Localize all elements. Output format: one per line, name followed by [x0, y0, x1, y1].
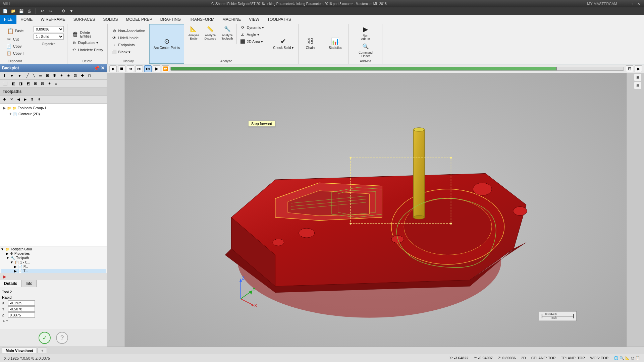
progress-bar[interactable] — [170, 67, 624, 71]
bp2-btn7[interactable]: ✦ — [46, 80, 53, 87]
qa-undo[interactable]: ↩ — [39, 8, 45, 14]
bp-up-arrow[interactable]: ⬆ — [1, 72, 8, 79]
qa-open[interactable]: 📁 — [10, 8, 16, 14]
menu-surfaces[interactable]: SURFACES — [69, 15, 99, 24]
bp-tool4[interactable]: ⊞ — [44, 72, 51, 79]
delete-entities-button[interactable]: 🗑 Delete Entities — [69, 30, 93, 39]
tree-detail-group[interactable]: ▼📁 Toolpath Grou — [1, 247, 106, 251]
pb-stop[interactable]: ⏹ — [118, 65, 125, 72]
vp-btn1[interactable]: ⊞ — [634, 74, 641, 81]
z-input[interactable] — [8, 312, 35, 318]
bp-tool9[interactable]: ✚ — [79, 72, 86, 79]
menu-machine[interactable]: MACHINE — [218, 15, 245, 24]
vp-btn2[interactable]: ⊟ — [634, 82, 641, 89]
op-btn5[interactable]: ⬆ — [29, 96, 35, 103]
analyze-entity-button[interactable]: 📐 AnalyzeEntity — [186, 24, 201, 41]
x-input[interactable] — [8, 300, 35, 306]
add-viewsheet-tab[interactable]: + — [38, 348, 47, 353]
bp-tool3[interactable]: ═ — [38, 73, 44, 79]
pb-forward[interactable]: ▶ — [153, 65, 160, 72]
menu-transform[interactable]: TRANSFORM — [185, 15, 218, 24]
tree-detail-t[interactable]: ▶📄 T... — [1, 269, 106, 273]
viewport-svg[interactable]: Z Y X 0.5344 in Inch — [107, 73, 644, 347]
bp2-btn1[interactable]: ⬜ — [1, 80, 9, 87]
menu-wireframe[interactable]: WIREFRAME — [37, 15, 69, 24]
bp-tool6[interactable]: ✦ — [58, 72, 65, 79]
undelete-button[interactable]: ↶ Undelete Entity — [69, 47, 105, 53]
bp-tool5[interactable]: ✱ — [51, 72, 58, 79]
op-btn1[interactable]: ✚ — [1, 96, 8, 103]
menu-toolpaths[interactable]: TOOLPATHS — [263, 15, 295, 24]
pb-play[interactable]: ▶ — [109, 65, 117, 72]
menu-home[interactable]: HOME — [16, 15, 37, 24]
bp-tool8[interactable]: ⊡ — [72, 72, 78, 79]
menu-modelprep[interactable]: MODEL PREP — [122, 15, 156, 24]
analyze-toolpath-button[interactable]: 🔧 AnalyzeToolpath — [220, 24, 235, 41]
pb-step-forward[interactable]: ⏭ — [144, 65, 152, 72]
qa-settings[interactable]: ⚙ — [60, 8, 66, 14]
backplot-pin-button[interactable]: 📌 — [94, 65, 99, 71]
bp-small-arrow2[interactable]: ▼ — [16, 73, 23, 79]
organize-dropdown1[interactable]: 0.89036 — [34, 26, 64, 32]
dynamic-button[interactable]: ⟳ Dynamic ▾ — [238, 24, 266, 31]
y-input[interactable] — [8, 306, 35, 312]
minimize-button[interactable]: ─ — [623, 1, 628, 6]
menu-solids[interactable]: SOLIDS — [99, 15, 122, 24]
duplicates-button[interactable]: ⧉ Duplicates ▾ — [69, 40, 100, 46]
pb-right2[interactable]: ▶ — [635, 65, 642, 72]
pb-rewind[interactable]: ⏮ — [127, 65, 134, 72]
bp2-btn5[interactable]: ⊞ — [32, 80, 39, 87]
details-tab[interactable]: Details — [0, 280, 21, 287]
chain-button[interactable]: ⛓ Chain — [304, 37, 317, 50]
hide-unhide-button[interactable]: 👁 Hide/Unhide — [110, 35, 141, 41]
menu-file[interactable]: FILE — [0, 15, 16, 24]
menu-drafting[interactable]: DRAFTING — [156, 15, 185, 24]
analyze-distance-button[interactable]: 📏 AnalyzeDistance — [203, 24, 218, 41]
bp-tool10[interactable]: ◻ — [86, 72, 93, 79]
pb-back[interactable]: ⏭ — [136, 65, 143, 72]
angle-button[interactable]: ∠ Angle ▾ — [238, 31, 266, 38]
maximize-button[interactable]: □ — [629, 1, 635, 6]
close-button[interactable]: ✕ — [636, 1, 641, 6]
arc-center-button[interactable]: ⊙ Arc Center Points — [152, 37, 182, 50]
backplot-close-button[interactable]: ✕ — [101, 65, 105, 71]
tree-detail-toolpath[interactable]: ▼🔧 Toolpath — [1, 256, 106, 260]
bp2-btn4[interactable]: ◩ — [25, 80, 32, 87]
run-addin-button[interactable]: ▶ RunAdd-In — [359, 24, 372, 41]
ok-button[interactable]: ✓ — [39, 332, 51, 344]
tree-detail-props[interactable]: ▶⚙ Properties — [1, 251, 106, 256]
op-btn4[interactable]: ▶ — [22, 96, 28, 103]
bp-tool7[interactable]: ◈ — [65, 72, 71, 79]
bp2-btn8[interactable]: ≡ — [53, 81, 59, 87]
copy-format-button[interactable]: 📋 Copy | — [4, 50, 26, 57]
bp2-btn6[interactable]: ⊡ — [39, 80, 46, 87]
tree-detail-1c[interactable]: ▼📋 1 - C... — [1, 260, 106, 264]
qa-extra[interactable]: ▼ — [68, 8, 74, 14]
non-associative-button[interactable]: ⊗ Non-Associative — [110, 27, 147, 34]
bp-tool2[interactable]: ╲ — [31, 72, 37, 79]
qa-new[interactable]: 📄 — [2, 8, 8, 14]
statistics-button[interactable]: 📊 Statistics — [327, 37, 344, 50]
copy-button[interactable]: 📄 Copy — [4, 43, 24, 50]
paste-button[interactable]: 📋 Paste — [4, 26, 26, 36]
op-btn2[interactable]: ✕ — [8, 96, 15, 103]
expand-arrow[interactable]: ▶ — [0, 273, 107, 280]
op-btn3[interactable]: ◀ — [15, 96, 21, 103]
tree-contour[interactable]: + 📄 Contour (2D) — [1, 111, 105, 117]
pb-fast[interactable]: ⏩ — [162, 65, 169, 72]
blank-button[interactable]: ⬜ Blank ▾ — [110, 49, 133, 55]
bp-small-arrow1[interactable]: ▼ — [8, 73, 15, 79]
command-finder-button[interactable]: 🔍 CommandFinder — [357, 42, 375, 58]
op-btn6[interactable]: ⬇ — [36, 96, 42, 103]
bp-tool1[interactable]: ╱ — [25, 72, 31, 79]
check-solid-button[interactable]: ✔ Check Solid ▾ — [271, 37, 296, 50]
qa-print[interactable]: 🖨 — [26, 8, 32, 14]
bp2-btn2[interactable]: ◧ — [10, 80, 17, 87]
pb-right1[interactable]: ⊟ — [626, 65, 633, 72]
qa-redo[interactable]: ↪ — [47, 8, 53, 14]
qa-save[interactable]: 💾 — [18, 8, 24, 14]
organize-dropdown2[interactable]: 1 : Solid — [34, 34, 64, 40]
2d-area-button[interactable]: ⬛ 2D Area ▾ — [238, 38, 266, 45]
menu-view[interactable]: VIEW — [245, 15, 263, 24]
main-viewsheet-tab[interactable]: Main Viewsheet — [2, 348, 37, 353]
